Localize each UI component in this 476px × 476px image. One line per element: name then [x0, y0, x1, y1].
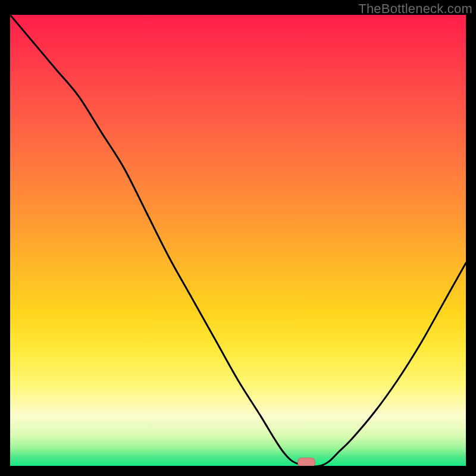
bottleneck-point-marker — [298, 458, 315, 466]
plot-area — [10, 15, 466, 466]
watermark-label: TheBottleneck.com — [358, 1, 472, 17]
bottleneck-curve — [10, 15, 466, 466]
chart-frame: TheBottleneck.com — [0, 0, 476, 476]
